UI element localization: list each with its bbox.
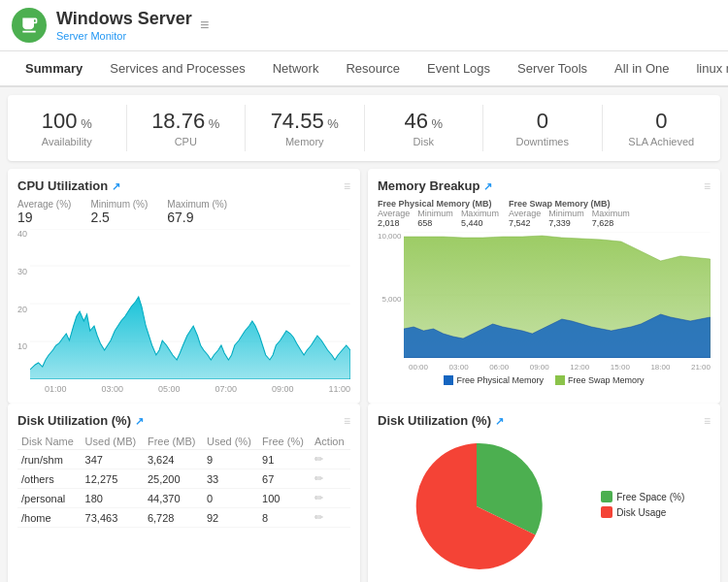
pie-container: Free Space (%) Disk Usage	[378, 434, 711, 579]
memory-panel: Memory Breakup ↗ ≡ Free Physical Memory …	[368, 169, 720, 404]
cpu-external-link[interactable]: ↗	[112, 180, 120, 192]
col-usedpct: Used (%)	[203, 434, 258, 450]
disk-unit: %	[428, 116, 443, 131]
disk-table-link[interactable]: ↗	[135, 415, 144, 427]
table-row: /personal 180 44,370 0 100 ✏	[17, 489, 350, 508]
memory-chart-svg	[404, 232, 711, 358]
nav-servertools[interactable]: Server Tools	[504, 51, 601, 87]
nav-services[interactable]: Services and Processes	[96, 51, 258, 87]
disk-pie-title: Disk Utilization (%) ↗	[378, 413, 504, 428]
legend-physical-icon	[444, 375, 453, 385]
disk-table-body: /run/shm 347 3,624 9 91 ✏ /others 12,275…	[17, 450, 350, 528]
table-row: /run/shm 347 3,624 9 91 ✏	[17, 450, 350, 469]
memory-chart-wrapper: 10,000 5,000	[378, 232, 711, 361]
memory-value: 74.55	[271, 109, 324, 133]
nav-linux[interactable]: linux mo	[682, 51, 728, 87]
cpu-chart-stats: Average (%) 19 Minimum (%) 2.5 Maximum (…	[17, 199, 350, 225]
memory-panel-title: Memory Breakup ↗	[378, 178, 492, 193]
server-icon-svg	[19, 16, 39, 35]
edit-icon[interactable]: ✏	[311, 489, 350, 508]
disk-pie-header: Disk Utilization (%) ↗ ≡	[378, 413, 711, 428]
disk-table-header: Disk Utilization (%) ↗ ≡	[17, 413, 350, 428]
disk-table-head: Disk Name Used (MB) Free (MB) Used (%) F…	[17, 434, 350, 450]
downtimes-label: Downtimes	[483, 136, 602, 147]
disk-pie-link[interactable]: ↗	[495, 415, 504, 427]
availability-value: 100	[42, 109, 78, 133]
cpu-value: 18.76	[151, 109, 205, 133]
cpu-chart-svg	[30, 229, 350, 379]
cpu-chart-wrapper: 40 30 20 10	[17, 229, 350, 382]
cpu-min: Minimum (%) 2.5	[90, 199, 148, 225]
col-freepct: Free (%)	[258, 434, 311, 450]
disk-value: 46	[404, 109, 427, 133]
disk-table-title: Disk Utilization (%) ↗	[17, 413, 144, 428]
cpu-panel-title: CPU Utilization ↗	[17, 178, 120, 193]
legend-swap: Free Swap Memory	[555, 375, 645, 385]
disk-pie-chart	[404, 434, 549, 579]
server-subtitle: Server Monitor	[56, 30, 126, 42]
disk-pie-panel: Disk Utilization (%) ↗ ≡ Free Space (%)	[368, 404, 720, 582]
sla-label: SLA Achieved	[603, 136, 721, 147]
pie-legend: Free Space (%) Disk Usage	[601, 491, 684, 522]
sla-value: 0	[655, 109, 667, 133]
legend-free-space: Free Space (%)	[601, 491, 684, 502]
header-menu-icon[interactable]: ≡	[200, 16, 209, 34]
memory-panel-header: Memory Breakup ↗ ≡	[378, 178, 711, 193]
availability-unit: %	[78, 116, 92, 131]
disk-label: Disk	[365, 136, 483, 147]
top-row: CPU Utilization ↗ ≡ Average (%) 19 Minim…	[0, 169, 728, 404]
memory-y-axis: 10,000 5,000	[378, 232, 404, 358]
stat-availability: 100 % Availability	[8, 105, 127, 151]
edit-icon[interactable]: ✏	[311, 469, 350, 489]
server-name: Windows Server	[56, 9, 192, 29]
cpu-chart-area	[30, 229, 350, 382]
cpu-panel-header: CPU Utilization ↗ ≡	[17, 178, 350, 193]
col-usedmb: Used (MB)	[82, 434, 144, 450]
cpu-max: Maximum (%) 67.9	[167, 199, 227, 225]
server-icon	[12, 8, 47, 43]
edit-icon[interactable]: ✏	[311, 508, 350, 528]
cpu-label: CPU	[127, 136, 246, 147]
bottom-row: Disk Utilization (%) ↗ ≡ Disk Name Used …	[0, 404, 728, 582]
nav-summary[interactable]: Summary	[12, 51, 96, 87]
cpu-unit: %	[205, 116, 219, 131]
availability-label: Availability	[8, 136, 126, 147]
disk-pie-menu[interactable]: ≡	[704, 414, 711, 428]
edit-icon[interactable]: ✏	[311, 450, 350, 469]
legend-physical: Free Physical Memory	[444, 375, 544, 385]
disk-table-menu[interactable]: ≡	[344, 414, 350, 428]
memory-unit: %	[324, 116, 339, 131]
disk-table-panel: Disk Utilization (%) ↗ ≡ Disk Name Used …	[8, 404, 360, 582]
table-row: /home 73,463 6,728 92 8 ✏	[17, 508, 350, 528]
nav-eventlogs[interactable]: Event Logs	[414, 51, 504, 87]
cpu-panel-menu[interactable]: ≡	[344, 179, 350, 193]
nav-resource[interactable]: Resource	[332, 51, 414, 87]
memory-label: Memory	[246, 136, 364, 147]
table-row: /others 12,275 25,200 33 67 ✏	[17, 469, 350, 489]
header-title: Windows Server Server Monitor	[56, 9, 192, 43]
free-physical-group: Free Physical Memory (MB) Average2,018 M…	[378, 199, 499, 228]
stat-disk: 46 % Disk	[365, 105, 484, 151]
cpu-y-axis: 40 30 20 10	[17, 229, 30, 379]
cpu-avg: Average (%) 19	[17, 199, 71, 225]
stat-cpu: 18.76 % CPU	[127, 105, 247, 151]
downtimes-value: 0	[537, 109, 548, 133]
nav-bar: Summary Services and Processes Network R…	[0, 51, 728, 87]
nav-network[interactable]: Network	[259, 51, 333, 87]
memory-x-axis: 00:00 03:00 06:00 09:00 12:00 15:00 18:0…	[378, 363, 711, 372]
nav-allinone[interactable]: All in One	[601, 51, 682, 87]
memory-panel-menu[interactable]: ≡	[704, 179, 711, 193]
col-action: Action	[311, 434, 350, 450]
cpu-x-axis: 01:00 03:00 05:00 07:00 09:00 11:00	[17, 384, 350, 394]
memory-legend: Free Physical Memory Free Swap Memory	[378, 375, 711, 385]
legend-swap-icon	[555, 375, 565, 385]
stat-sla: 0 SLA Achieved	[603, 105, 721, 151]
disk-utilization-table: Disk Name Used (MB) Free (MB) Used (%) F…	[17, 434, 350, 528]
stat-memory: 74.55 % Memory	[246, 105, 365, 151]
legend-disk-usage: Disk Usage	[601, 506, 684, 518]
memory-chart-area	[404, 232, 711, 361]
stats-bar: 100 % Availability 18.76 % CPU 74.55 % M…	[8, 95, 720, 161]
header: Windows Server Server Monitor ≡	[0, 0, 728, 51]
memory-external-link[interactable]: ↗	[483, 180, 492, 192]
free-swap-group: Free Swap Memory (MB) Average7,542 Minim…	[509, 199, 630, 228]
